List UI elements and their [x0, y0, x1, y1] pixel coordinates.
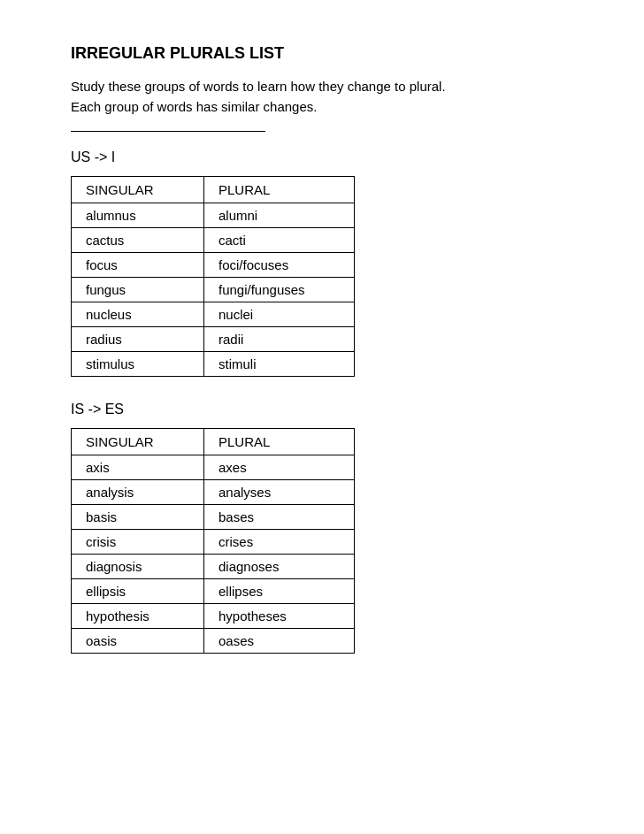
cell-singular: diagnosis [72, 555, 204, 579]
cell-singular: axis [72, 455, 204, 480]
table-row: crisiscrises [72, 530, 355, 555]
page-container: IRREGULAR PLURALS LIST Study these group… [71, 44, 573, 654]
cell-plural: stimuli [204, 352, 355, 377]
cell-plural: crises [204, 530, 355, 555]
table-row: axisaxes [72, 455, 355, 480]
cell-singular: focus [72, 253, 204, 278]
cell-singular: oasis [72, 629, 204, 654]
cell-plural: bases [204, 505, 355, 530]
section-is-to-es: IS -> ES SINGULAR PLURAL axisaxesanalysi… [71, 402, 573, 654]
cell-plural: diagnoses [204, 555, 355, 579]
cell-singular: alumnus [72, 203, 204, 228]
cell-plural: alumni [204, 203, 355, 228]
cell-singular: cactus [72, 228, 204, 253]
table-us-to-i: SINGULAR PLURAL alumnusalumnicactuscacti… [71, 176, 355, 377]
section-header-us-i: US -> I [71, 149, 573, 165]
table-row: radiusradii [72, 327, 355, 352]
table-row: nucleusnuclei [72, 302, 355, 327]
col-header-singular-1: SINGULAR [72, 177, 204, 203]
col-header-plural-2: PLURAL [204, 429, 355, 455]
cell-plural: axes [204, 455, 355, 480]
page-title: IRREGULAR PLURALS LIST [71, 44, 573, 63]
table-row: ellipsisellipses [72, 579, 355, 604]
section-us-to-i: US -> I SINGULAR PLURAL alumnusalumnicac… [71, 149, 573, 377]
cell-plural: nuclei [204, 302, 355, 327]
cell-plural: analyses [204, 480, 355, 505]
cell-plural: radii [204, 327, 355, 352]
cell-plural: oases [204, 629, 355, 654]
cell-plural: cacti [204, 228, 355, 253]
cell-singular: nucleus [72, 302, 204, 327]
cell-singular: radius [72, 327, 204, 352]
cell-singular: basis [72, 505, 204, 530]
cell-plural: fungi/funguses [204, 278, 355, 302]
col-header-plural-1: PLURAL [204, 177, 355, 203]
table-row: alumnusalumni [72, 203, 355, 228]
table-row: fungusfungi/funguses [72, 278, 355, 302]
table-row: oasisoases [72, 629, 355, 654]
table-row: basisbases [72, 505, 355, 530]
table-row: analysisanalyses [72, 480, 355, 505]
cell-singular: crisis [72, 530, 204, 555]
cell-singular: ellipsis [72, 579, 204, 604]
table-is-to-es: SINGULAR PLURAL axisaxesanalysisanalyses… [71, 428, 355, 654]
table-row: hypothesishypotheses [72, 604, 355, 629]
cell-plural: foci/focuses [204, 253, 355, 278]
cell-singular: stimulus [72, 352, 204, 377]
table-row: focusfoci/focuses [72, 253, 355, 278]
col-header-singular-2: SINGULAR [72, 429, 204, 455]
table-row: cactuscacti [72, 228, 355, 253]
cell-singular: hypothesis [72, 604, 204, 629]
cell-plural: hypotheses [204, 604, 355, 629]
cell-plural: ellipses [204, 579, 355, 604]
intro-text: Study these groups of words to learn how… [71, 77, 573, 117]
section-divider [71, 131, 265, 132]
cell-singular: fungus [72, 278, 204, 302]
table-row: stimulusstimuli [72, 352, 355, 377]
section-header-is-es: IS -> ES [71, 402, 573, 417]
table-row: diagnosisdiagnoses [72, 555, 355, 579]
cell-singular: analysis [72, 480, 204, 505]
